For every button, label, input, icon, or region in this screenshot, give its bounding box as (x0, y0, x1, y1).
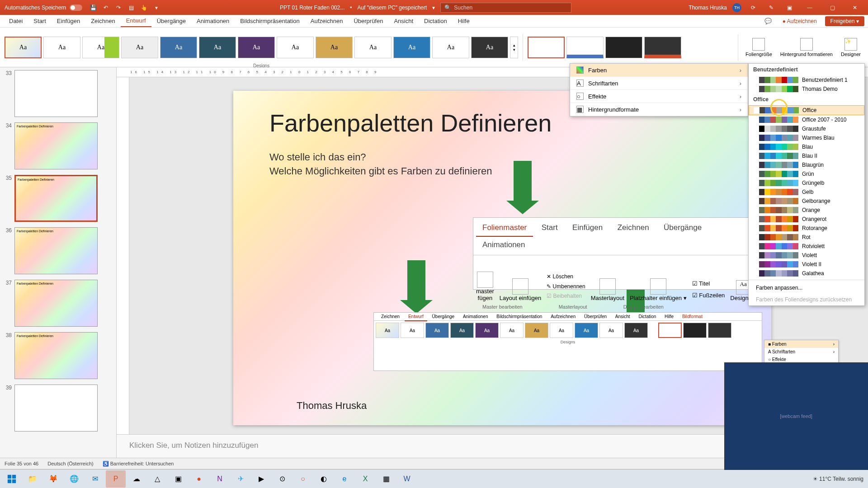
tab-uebergaenge[interactable]: Übergänge (151, 15, 191, 27)
slide-thumb-33[interactable] (14, 70, 98, 117)
tab-dictation[interactable]: Dictation (419, 15, 453, 27)
slide-thumb-34[interactable]: Farbenpaletten Definieren (14, 122, 98, 169)
slide-canvas[interactable]: Farbenpaletten Definieren Wo stelle ich … (233, 91, 771, 425)
format-background-button[interactable]: Hintergrund formatieren (780, 38, 833, 57)
slide-size-button[interactable]: Foliengröße (745, 38, 772, 57)
user-name[interactable]: Thomas Hruska (689, 5, 727, 11)
color-scheme-gelborange[interactable]: Gelborange (749, 197, 864, 206)
arrow-shape-2[interactable] (407, 260, 425, 301)
slide-text-line2[interactable]: Welche Möglichkeiten gibt es Farben zu d… (269, 164, 735, 178)
app-icon-2[interactable]: ▣ (168, 470, 188, 488)
minimize-button[interactable]: — (801, 0, 818, 15)
color-scheme-graustufe[interactable]: Graustufe (749, 124, 864, 133)
design-theme-9[interactable]: Aa (316, 37, 353, 58)
color-scheme-blau[interactable]: Blau (749, 142, 864, 151)
color-scheme-grüngelb[interactable]: Grüngelb (749, 178, 864, 188)
design-theme-5[interactable]: Aa (160, 37, 197, 58)
color-scheme-blaugrün[interactable]: Blaugrün (749, 160, 864, 169)
slide-thumb-35[interactable]: Farbenpaletten Definieren (14, 175, 98, 222)
firefox-icon[interactable]: 🦊 (43, 470, 63, 488)
variant-1[interactable] (528, 37, 565, 58)
design-theme-13[interactable]: Aa (471, 37, 508, 58)
dropdown-schriftarten[interactable]: A Schriftarten› (570, 77, 748, 90)
autosave-toggle[interactable]: Automatisches Speichern (0, 5, 87, 11)
cloud-sync-icon[interactable]: ⟳ (750, 4, 757, 11)
slide-thumb-38[interactable]: Farbenpaletten Definieren (14, 332, 98, 379)
color-scheme-office-2007---2010[interactable]: Office 2007 - 2010 (749, 115, 864, 124)
slide-thumb-39[interactable] (14, 385, 98, 432)
color-scheme-rot[interactable]: Rot (749, 233, 864, 242)
tab-bildschirm[interactable]: Bildschirmpräsentation (235, 15, 305, 27)
customize-colors-cmd[interactable]: Farben anpassen... (749, 282, 864, 294)
onenote-icon[interactable]: N (210, 470, 230, 488)
language-indicator[interactable]: Deutsch (Österreich) (47, 461, 93, 466)
app-icon-5[interactable]: ⊙ (272, 470, 292, 488)
design-theme-1[interactable]: Aa (5, 37, 42, 58)
color-scheme-orange[interactable]: Orange (749, 206, 864, 215)
color-scheme-blau-ii[interactable]: Blau II (749, 151, 864, 160)
chrome-icon[interactable]: 🌐 (64, 470, 84, 488)
design-theme-10[interactable]: Aa (354, 37, 392, 58)
gallery-expand-icon[interactable]: ▴▾ (510, 37, 518, 58)
tab-entwurf[interactable]: Entwurf (121, 15, 151, 27)
undo-icon[interactable]: ↶ (102, 4, 109, 11)
design-theme-3[interactable]: Aa (82, 37, 119, 58)
color-scheme-custom1[interactable]: Benutzerdefiniert 1 (749, 75, 864, 84)
weather-widget[interactable]: ☀ 11°C Teilw. sonnig (813, 476, 863, 482)
drawing-icon[interactable]: ✎ (768, 4, 775, 11)
edge-icon[interactable]: e (335, 470, 354, 488)
accessibility-status[interactable]: ♿ Barrierefreiheit: Untersuchen (103, 461, 174, 467)
color-scheme-rotorange[interactable]: Rotorange (749, 224, 864, 233)
variant-4[interactable] (644, 37, 681, 58)
slide-counter[interactable]: Folie 35 von 46 (5, 461, 38, 466)
search-input[interactable]: 🔍 Suchen (440, 3, 571, 13)
design-theme-2[interactable]: Aa (43, 37, 80, 58)
color-scheme-orangerot[interactable]: Orangerot (749, 215, 864, 224)
presenter-icon[interactable]: ▤ (127, 4, 135, 11)
slide-thumbnail-panel[interactable]: 33 34Farbenpaletten Definieren 35Farbenp… (0, 67, 117, 458)
tab-start[interactable]: Start (28, 15, 51, 27)
slide-thumb-37[interactable]: Farbenpaletten Definieren (14, 280, 98, 327)
dropdown-effekte[interactable]: ○ Effekte› (570, 90, 748, 103)
design-theme-11[interactable]: Aa (393, 37, 430, 58)
design-theme-12[interactable]: Aa (432, 37, 469, 58)
user-avatar[interactable]: TH (732, 3, 741, 12)
redo-icon[interactable]: ↷ (115, 4, 122, 11)
dropdown-farben[interactable]: Farben› (570, 64, 748, 77)
app-icon-8[interactable]: ▦ (376, 470, 396, 488)
tab-ueberpruefen[interactable]: Überprüfen (348, 15, 388, 27)
vlc-icon[interactable]: △ (147, 470, 167, 488)
file-explorer-icon[interactable]: 📁 (23, 470, 42, 488)
tab-animationen[interactable]: Animationen (191, 15, 235, 27)
design-theme-8[interactable]: Aa (277, 37, 314, 58)
save-icon[interactable]: 💾 (90, 4, 97, 11)
powerpoint-icon[interactable]: P (106, 470, 126, 488)
color-scheme-warmes-blau[interactable]: Warmes Blau (749, 133, 864, 142)
tab-hilfe[interactable]: Hilfe (453, 15, 475, 27)
app-icon-7[interactable]: ◐ (314, 470, 334, 488)
window-icon[interactable]: ▣ (786, 4, 793, 11)
comments-icon[interactable]: 💬 (764, 18, 772, 25)
tab-einfuegen[interactable]: Einfügen (52, 15, 85, 27)
app-icon-6[interactable]: ○ (293, 470, 313, 488)
start-button[interactable] (2, 470, 22, 488)
tab-ansicht[interactable]: Ansicht (388, 15, 419, 27)
app-icon-1[interactable]: ☁ (127, 470, 146, 488)
variant-2[interactable] (566, 37, 604, 58)
color-scheme-rotviolett[interactable]: Rotviolett (749, 242, 864, 251)
dropdown-icon[interactable]: ▾ (153, 4, 160, 11)
tab-zeichnen[interactable]: Zeichnen (85, 15, 120, 27)
variant-3[interactable] (605, 37, 642, 58)
design-theme-6[interactable]: Aa (199, 37, 236, 58)
dropdown-hintergrund[interactable]: ▦ Hintergrundformate› (570, 103, 748, 116)
color-scheme-grün[interactable]: Grün (749, 169, 864, 178)
design-theme-4[interactable]: Aa (121, 37, 158, 58)
excel-icon[interactable]: X (355, 470, 375, 488)
color-scheme-violett-ii[interactable]: Violett II (749, 260, 864, 269)
close-button[interactable]: ✕ (846, 0, 863, 15)
record-button[interactable]: ● Aufzeichnen (779, 16, 821, 26)
color-scheme-galathea[interactable]: Galathea (749, 269, 864, 278)
color-scheme-violett[interactable]: Violett (749, 251, 864, 260)
tab-datei[interactable]: Datei (4, 15, 28, 27)
designer-button[interactable]: ✨Designer (841, 38, 861, 57)
